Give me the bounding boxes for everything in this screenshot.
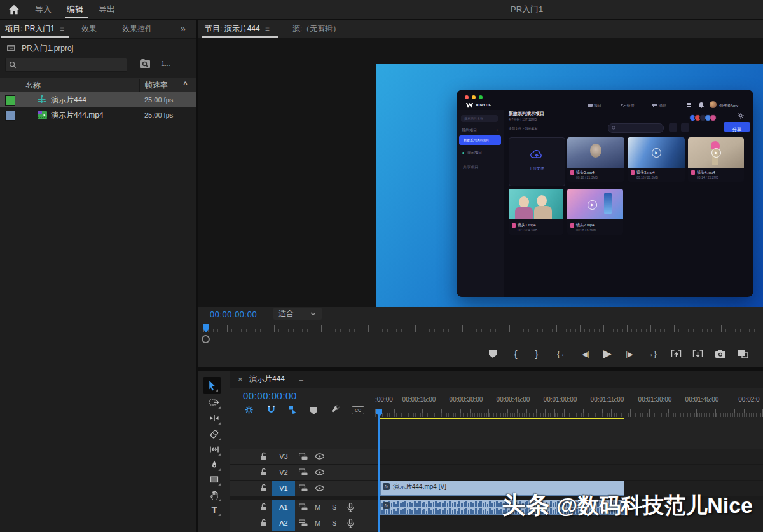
lift-button[interactable] — [671, 349, 685, 365]
track-row-v3[interactable]: V3 — [230, 449, 763, 465]
source-patch-icon[interactable] — [299, 453, 308, 460]
mute-button[interactable]: M — [315, 500, 320, 515]
tab-project[interactable]: 项目: PR入门1≡ — [5, 20, 64, 38]
clip-card[interactable]: ▶ 镜头4.mp400:14 / 25.2MB — [688, 137, 744, 182]
track-visibility-eye-icon[interactable] — [315, 485, 324, 491]
step-back-button[interactable]: ◀| — [579, 346, 593, 362]
goto-in-button[interactable]: {← — [556, 346, 570, 362]
upload-card[interactable]: 上传文件 — [509, 137, 565, 186]
panel-menu-icon[interactable]: ≡ — [60, 24, 64, 33]
zoom-level-select[interactable]: 适合 — [273, 308, 322, 320]
lock-icon[interactable] — [260, 452, 267, 460]
column-name[interactable]: 名称 — [25, 78, 41, 93]
mute-button[interactable]: M — [315, 515, 320, 531]
user-avatar[interactable] — [710, 101, 717, 108]
track-target-v3[interactable]: V3 — [272, 449, 295, 464]
type-tool[interactable]: T — [209, 505, 219, 515]
lock-icon[interactable] — [260, 519, 267, 527]
menu-import[interactable]: 导入 — [35, 0, 52, 19]
comparison-view-button[interactable] — [737, 349, 751, 365]
source-patch-icon[interactable] — [299, 468, 308, 476]
slip-tool[interactable] — [209, 444, 219, 454]
play-button[interactable]: ▶ — [600, 346, 614, 362]
share-button[interactable]: 分享 — [724, 122, 750, 132]
rectangle-tool[interactable] — [209, 474, 219, 484]
clip-card[interactable]: 镜头1.mp400:13 / 4.3MB — [509, 189, 563, 235]
sort-ascending-icon[interactable]: ^ — [183, 78, 188, 92]
panel-overflow-button[interactable]: » — [181, 20, 186, 38]
clip-card[interactable]: ▶ 镜头3.mp400:18 / 21.3MB — [628, 137, 685, 182]
monitor-zoom-scroll-knob[interactable] — [202, 335, 210, 343]
source-patch-icon[interactable] — [299, 484, 308, 492]
tab-sequence[interactable]: 演示片444 — [249, 371, 285, 388]
export-frame-button[interactable] — [715, 349, 729, 365]
tab-effect-controls[interactable]: 效果控件 — [122, 20, 153, 38]
extract-button[interactable] — [692, 349, 706, 365]
clip-card[interactable]: 镜头5.mp400:18 / 21.3MB — [567, 137, 624, 182]
user-name[interactable]: 创作者Amy — [719, 103, 738, 109]
mic-icon[interactable] — [347, 519, 354, 528]
tab-source[interactable]: 源:（无剪辑） — [292, 20, 340, 38]
mic-icon[interactable] — [347, 503, 354, 512]
panel-menu-icon[interactable]: ≡ — [299, 371, 304, 388]
track-target-v2[interactable]: V2 — [272, 465, 295, 480]
track-target-a1[interactable]: A1 — [272, 500, 295, 515]
settings-gear-icon[interactable] — [738, 113, 744, 119]
app-search-pill[interactable] — [608, 123, 664, 133]
search-input[interactable] — [5, 58, 127, 72]
nav-links[interactable]: 链接 — [621, 103, 635, 109]
mark-in-button[interactable]: { — [509, 346, 523, 362]
menu-export[interactable]: 导出 — [99, 0, 115, 19]
timeline-ruler[interactable]: :00:00 00:00:15:00 00:00:30:00 00:00:45:… — [230, 396, 763, 407]
label-color-chip[interactable] — [5, 111, 15, 121]
track-target-v1[interactable]: V1 — [272, 481, 295, 496]
tab-program[interactable]: 节目: 演示片444≡ — [205, 20, 270, 38]
track-visibility-eye-icon[interactable] — [315, 453, 324, 460]
sidebar-item-my-projects[interactable]: 我的项目 — [462, 128, 477, 133]
lock-icon[interactable] — [260, 468, 267, 476]
sidebar-search-pill[interactable]: 搜索项目名称 — [461, 115, 498, 122]
nav-messages[interactable]: 消息 — [652, 103, 666, 109]
bin-row-media[interactable]: 演示片444.mp4 25.00 fps — [0, 107, 196, 123]
ripple-edit-tool[interactable] — [209, 413, 219, 423]
label-color-chip[interactable] — [5, 95, 15, 106]
lock-icon[interactable] — [260, 503, 267, 511]
selection-tool[interactable] — [207, 380, 217, 390]
collaborator-avatars[interactable] — [689, 113, 717, 124]
bell-icon[interactable] — [699, 102, 704, 108]
track-select-forward-tool[interactable] — [209, 397, 219, 407]
hand-tool[interactable] — [209, 490, 219, 500]
sidebar-item-shared[interactable]: 共享项目 — [463, 165, 478, 170]
track-target-a2[interactable]: A2 — [272, 515, 295, 531]
column-framerate[interactable]: 帧速率 — [145, 78, 168, 93]
lock-icon[interactable] — [260, 484, 267, 492]
track-row-v2[interactable]: V2 — [230, 465, 763, 481]
source-patch-icon[interactable] — [299, 503, 308, 511]
razor-tool[interactable] — [209, 429, 219, 439]
clip-card[interactable]: ▶ 镜头2.mp400:08 / 6.3MB — [567, 189, 623, 235]
nav-projects[interactable]: 项目 — [588, 103, 601, 109]
tab-effects[interactable]: 效果 — [81, 20, 97, 38]
sidebar-item-demo[interactable]: 演示项目 — [467, 150, 482, 156]
sort-button-icon[interactable] — [681, 123, 689, 132]
monitor-timecode[interactable]: 00:00:00:00 — [210, 310, 257, 319]
source-patch-icon[interactable] — [299, 519, 308, 527]
track-visibility-eye-icon[interactable] — [315, 469, 324, 475]
timeline-playhead-line[interactable] — [378, 413, 380, 532]
sidebar-add-icon[interactable]: + — [496, 128, 498, 132]
step-forward-button[interactable]: |▶ — [622, 346, 636, 362]
close-icon[interactable]: × — [238, 371, 243, 388]
bin-row-sequence[interactable]: 演示片444 25.00 fps — [0, 92, 196, 107]
goto-out-button[interactable]: →} — [644, 346, 658, 362]
panel-menu-icon[interactable]: ≡ — [265, 24, 270, 33]
pen-tool[interactable] — [209, 460, 219, 470]
column-divider[interactable] — [139, 79, 140, 92]
home-icon[interactable] — [8, 4, 20, 15]
upload-button-icon[interactable] — [669, 123, 677, 132]
sidebar-item-active[interactable]: 新建系列演示项目 — [459, 135, 501, 145]
mark-out-button[interactable]: } — [530, 346, 544, 362]
find-in-project-icon[interactable] — [139, 58, 151, 69]
solo-button[interactable]: S — [332, 515, 336, 531]
project-file-name[interactable]: PR入门1.prproj — [22, 44, 73, 53]
breadcrumb[interactable]: 全部文件 > 我的素材 — [509, 126, 538, 130]
